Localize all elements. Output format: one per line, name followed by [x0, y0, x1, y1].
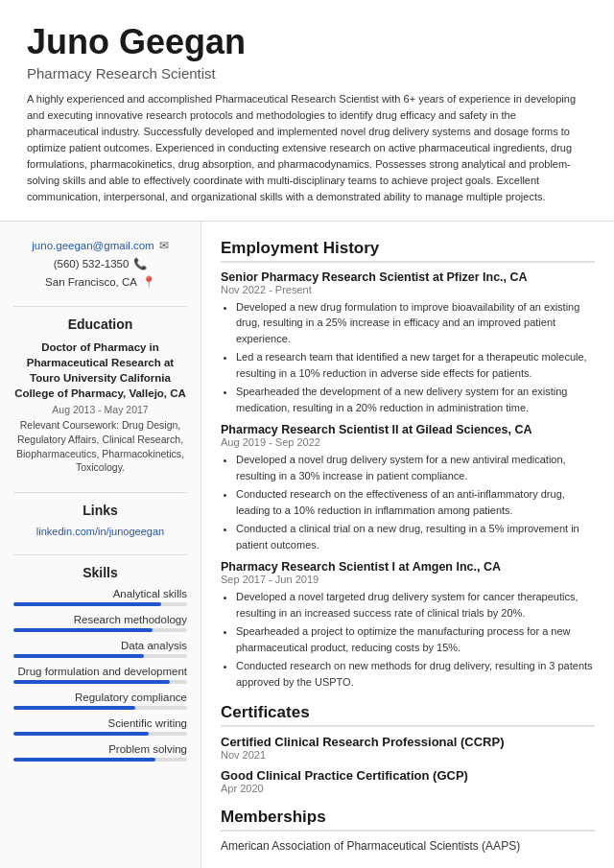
skill-name: Analytical skills [13, 588, 187, 599]
skill-item: Analytical skills [13, 588, 187, 606]
skills-title: Skills [13, 565, 187, 580]
skill-bar-bg [13, 654, 187, 658]
candidate-summary: A highly experienced and accomplished Ph… [27, 91, 587, 205]
location-item: San Francisco, CA 📍 [13, 275, 187, 289]
location-text: San Francisco, CA [45, 276, 137, 288]
employment-section: Employment History Senior Pharmacy Resea… [221, 239, 595, 691]
job-bullets: Developed a novel drug delivery system f… [221, 452, 595, 552]
candidate-name: Juno Geegan [27, 23, 587, 61]
job-entry: Pharmacy Research Scientist I at Amgen I… [221, 560, 595, 690]
job-bullet: Led a research team that identified a ne… [236, 349, 595, 381]
skill-name: Drug formulation and development [13, 666, 187, 677]
divider-2 [13, 492, 187, 493]
memberships-list: American Association of Pharmaceutical S… [221, 839, 595, 853]
skill-item: Data analysis [13, 640, 187, 658]
right-column: Employment History Senior Pharmacy Resea… [201, 222, 614, 868]
skill-name: Scientific writing [13, 717, 187, 729]
cert-entry: Good Clinical Practice Certification (GC… [221, 768, 595, 794]
resume-container: Juno Geegan Pharmacy Research Scientist … [0, 0, 614, 868]
skill-name: Research methodology [13, 614, 187, 625]
skill-item: Research methodology [13, 614, 187, 632]
cert-entry: Certified Clinical Research Professional… [221, 735, 595, 761]
job-title: Senior Pharmacy Research Scientist at Pf… [221, 270, 595, 284]
jobs-list: Senior Pharmacy Research Scientist at Pf… [221, 270, 595, 691]
job-bullet: Developed a new drug formulation to impr… [236, 299, 595, 347]
job-title: Pharmacy Research Scientist I at Amgen I… [221, 560, 595, 574]
skill-bar-fill [13, 758, 155, 762]
cert-name: Certified Clinical Research Professional… [221, 735, 595, 749]
job-dates: Aug 2019 - Sep 2022 [221, 436, 595, 448]
email-icon: ✉ [159, 239, 169, 252]
skill-bar-bg [13, 758, 187, 762]
job-entry: Pharmacy Research Scientist II at Gilead… [221, 423, 595, 552]
job-bullets: Developed a novel targeted drug delivery… [221, 589, 595, 690]
memberships-section: Memberships American Association of Phar… [221, 808, 595, 853]
job-dates: Sep 2017 - Jun 2019 [221, 574, 595, 585]
skill-name: Regulatory compliance [13, 692, 187, 703]
skill-item: Regulatory compliance [13, 692, 187, 710]
skill-bar-fill [13, 628, 153, 632]
skill-item: Problem solving [13, 743, 187, 762]
header-section: Juno Geegan Pharmacy Research Scientist … [0, 0, 614, 222]
education-degree: Doctor of Pharmacy in Pharmaceutical Res… [13, 340, 187, 401]
skills-section: Skills Analytical skills Research method… [13, 565, 187, 762]
education-title: Education [13, 317, 187, 332]
job-bullet: Spearheaded the development of a new del… [236, 384, 595, 415]
coursework-label: Relevant Coursework: [20, 419, 119, 431]
cert-date: Nov 2021 [221, 749, 595, 761]
skill-bar-bg [13, 732, 187, 736]
certs-list: Certified Clinical Research Professional… [221, 735, 595, 794]
skill-name: Data analysis [13, 640, 187, 651]
skill-bar-bg [13, 602, 187, 606]
location-icon: 📍 [142, 275, 155, 289]
skill-item: Drug formulation and development [13, 666, 187, 684]
linkedin-link[interactable]: linkedin.com/in/junogeegan [13, 526, 187, 537]
job-bullet: Conducted research on the effectiveness … [236, 486, 595, 518]
body-section: juno.geegan@gmail.com ✉ (560) 532-1350 📞… [0, 222, 614, 868]
email-item[interactable]: juno.geegan@gmail.com ✉ [13, 239, 187, 252]
skill-item: Scientific writing [13, 717, 187, 736]
certificates-section: Certificates Certified Clinical Research… [221, 703, 595, 794]
phone-item: (560) 532-1350 📞 [13, 257, 187, 270]
job-bullet: Conducted a clinical trial on a new drug… [236, 521, 595, 552]
skill-bar-fill [13, 680, 170, 684]
cert-name: Good Clinical Practice Certification (GC… [221, 768, 595, 783]
job-bullet: Spearheaded a project to optimize the ma… [236, 623, 595, 655]
job-bullet: Developed a novel targeted drug delivery… [236, 589, 595, 621]
phone-text: (560) 532-1350 [54, 258, 130, 270]
left-column: juno.geegan@gmail.com ✉ (560) 532-1350 📞… [0, 222, 201, 868]
links-title: Links [13, 503, 187, 518]
phone-icon: 📞 [133, 257, 147, 270]
skill-bar-fill [13, 706, 135, 710]
employment-title: Employment History [221, 239, 595, 263]
skill-bar-bg [13, 706, 187, 710]
job-bullets: Developed a new drug formulation to impr… [221, 299, 595, 416]
job-bullet: Developed a novel drug delivery system f… [236, 452, 595, 483]
memberships-title: Memberships [221, 808, 595, 832]
skill-name: Problem solving [13, 743, 187, 755]
education-dates: Aug 2013 - May 2017 [13, 404, 187, 415]
skill-bar-bg [13, 628, 187, 632]
job-bullet: Conducted research on new methods for dr… [236, 658, 595, 690]
education-coursework: Relevant Coursework: Drug Design, Regula… [13, 418, 187, 475]
skill-bar-fill [13, 602, 161, 606]
email-text: juno.geegan@gmail.com [32, 240, 154, 251]
candidate-title: Pharmacy Research Scientist [27, 65, 587, 82]
links-section: Links linkedin.com/in/junogeegan [13, 503, 187, 537]
job-entry: Senior Pharmacy Research Scientist at Pf… [221, 270, 595, 416]
cert-date: Apr 2020 [221, 783, 595, 794]
contact-section: juno.geegan@gmail.com ✉ (560) 532-1350 📞… [13, 239, 187, 289]
skill-bar-bg [13, 680, 187, 684]
divider-3 [13, 554, 187, 555]
job-title: Pharmacy Research Scientist II at Gilead… [221, 423, 595, 436]
membership-entry: American Association of Pharmaceutical S… [221, 839, 595, 853]
skills-list: Analytical skills Research methodology D… [13, 588, 187, 762]
education-section: Education Doctor of Pharmacy in Pharmace… [13, 317, 187, 475]
skill-bar-fill [13, 654, 144, 658]
job-dates: Nov 2022 - Present [221, 284, 595, 295]
divider-1 [13, 306, 187, 307]
skill-bar-fill [13, 732, 149, 736]
membership-name: American Association of Pharmaceutical S… [221, 839, 595, 853]
certificates-title: Certificates [221, 703, 595, 727]
